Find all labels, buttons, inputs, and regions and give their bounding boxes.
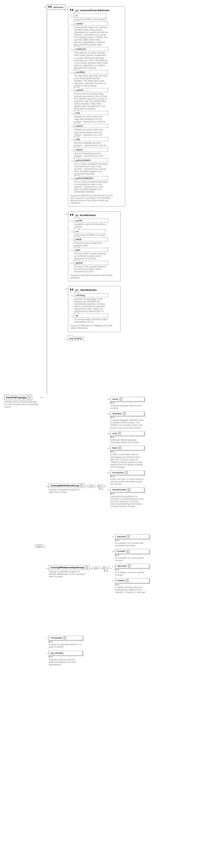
- attribute-desc: If the property value is not defined, sp…: [74, 26, 108, 46]
- attribute-desc: One or many constraints that apply to pu…: [74, 181, 108, 193]
- element-related: related +: [115, 578, 149, 583]
- attributes-label: attributes: [53, 6, 63, 9]
- attribute-desc: The directionality of textual content (e…: [74, 318, 108, 323]
- cardinality: 0..∞: [115, 583, 149, 586]
- attribute-row: pubconstrainturiOne or many constraints …: [70, 176, 123, 193]
- connector: [70, 263, 74, 264]
- attribute-row: creatorIf the property value is not defi…: [70, 22, 123, 46]
- attribute-row: pubconstraintOne or many constraints tha…: [70, 158, 123, 175]
- connector: [110, 568, 112, 568]
- poi-details: POIDetails +: [49, 636, 83, 640]
- choice-icon: [103, 566, 110, 569]
- group-flexAttributes: grp: flexAttributes qcodeA qualified cod…: [68, 211, 121, 281]
- connector: [85, 486, 87, 487]
- expand-icon[interactable]: +: [127, 535, 130, 538]
- connector: [70, 240, 74, 240]
- connector: [112, 581, 115, 581]
- cardinality: 0..∞: [110, 436, 144, 438]
- connector: [70, 232, 74, 232]
- element-desc: Extension point for provider-defined pro…: [49, 658, 83, 666]
- collapse-icon[interactable]: −: [80, 484, 83, 487]
- connector: [107, 448, 110, 448]
- expand-icon[interactable]: +: [128, 564, 131, 567]
- connector: [40, 397, 44, 398]
- element-desc: A link to an item or a web resource whic…: [110, 478, 144, 486]
- attribute-type: type: [74, 248, 108, 252]
- attribute-desc: The date (and, optionally, the time) whe…: [74, 75, 108, 87]
- expand-icon[interactable]: +: [119, 446, 121, 449]
- attribute-row: whyWhy the metadata has been included - …: [70, 137, 123, 147]
- connector: [70, 316, 74, 316]
- attribute-row: howuriIndicates by which means the value…: [70, 124, 123, 136]
- element-desc: In NAR 1.8 and later, facet is deprecate…: [110, 453, 144, 468]
- element-desc: An identifier of a more generic concept.: [115, 557, 149, 562]
- group-commonPowerAttributes: grp: commonPowerAttributes idThe local i…: [68, 6, 125, 207]
- element-broader: broader +: [115, 549, 149, 553]
- attribute-row: creatoruriIf the attribute is empty, spe…: [70, 47, 123, 69]
- connector: [65, 339, 68, 339]
- collapse-icon[interactable]: −: [28, 396, 30, 399]
- group-desc: A group of properties required to indica…: [49, 570, 87, 578]
- attribute-typeuri: typeuri: [74, 261, 108, 265]
- cardinality: 0..∞: [110, 416, 144, 418]
- element-definition: definition +: [110, 411, 144, 416]
- attribute-pubconstraint: pubconstraint: [74, 158, 108, 162]
- element-desc: Additional natural language information …: [110, 439, 144, 444]
- any-other-element: any ##other: [49, 651, 83, 655]
- grp-prefix: grp:: [75, 289, 79, 291]
- expand-icon[interactable]: +: [127, 550, 129, 553]
- any-label: any ##other: [69, 337, 82, 340]
- attribute-creatoruri: creatoruri: [74, 47, 108, 51]
- element-narrower: narrower +: [115, 564, 149, 568]
- connector: [70, 50, 74, 50]
- attribute-row: dirThe directionality of textual content…: [70, 314, 118, 323]
- expand-icon[interactable]: +: [126, 579, 129, 582]
- root-type: FlexPOIPropType −: [4, 395, 32, 400]
- connector: [107, 414, 110, 414]
- element-desc: Represents the position of a concept in …: [110, 495, 144, 508]
- group-icon: [70, 9, 73, 11]
- expand-icon[interactable]: +: [63, 637, 66, 639]
- attribute-row: typeuriThe type of the concept assigned …: [70, 261, 118, 273]
- attribute-uri: uri: [74, 229, 106, 233]
- attribute-creator: creator: [74, 22, 108, 26]
- attribute-desc: If the attribute is empty, specifies whi…: [74, 52, 108, 69]
- expand-icon[interactable]: +: [128, 489, 130, 491]
- attribute-custom: custom: [74, 88, 108, 92]
- cardinality: 0..∞: [115, 554, 149, 556]
- connector: [44, 7, 47, 7]
- grp-prefix: grp:: [75, 9, 79, 12]
- group-label: ConceptRelationshipsGroup: [50, 566, 84, 569]
- element-label: any ##other: [50, 652, 63, 654]
- attribute-desc: If set to true the corresponding propert…: [74, 93, 108, 110]
- element-hierarchyInfo: hierarchyInfo +: [110, 487, 144, 492]
- expand-icon[interactable]: +: [118, 432, 121, 435]
- connector: [107, 399, 110, 400]
- attribute-desc: One or many constraints that apply to pu…: [74, 163, 108, 175]
- element-facet: facet +: [110, 445, 144, 450]
- attributes-box: attributes: [47, 4, 65, 10]
- attribute-row: uriA URI which identifies a concept.: [70, 229, 118, 237]
- connector: [100, 568, 103, 568]
- element-remoteInfo: remoteInfo +: [110, 470, 144, 475]
- collapse-icon[interactable]: −: [85, 566, 88, 569]
- connector-v: [47, 11, 50, 394]
- attribute-howuri: howuri: [74, 124, 108, 128]
- expand-icon[interactable]: +: [120, 398, 122, 400]
- group-name: i18nAttributes: [80, 289, 97, 291]
- group-desc: A group of attributes associated with fl…: [70, 274, 115, 279]
- attribute-row: whyuriWhy the metadata has been included…: [70, 148, 123, 157]
- root-type-label: FlexPOIPropType: [6, 396, 27, 399]
- cardinality: 0..∞: [103, 570, 110, 572]
- attribute-modified: modified: [74, 70, 108, 74]
- attribute-id: id: [74, 13, 106, 18]
- attribute-desc: A free-text value assigned as property v…: [74, 242, 108, 247]
- connector: [70, 150, 74, 151]
- attribute-row: modifiedThe date (and, optionally, the t…: [70, 70, 123, 87]
- connector: [46, 638, 49, 639]
- connector: [112, 551, 115, 552]
- expand-icon[interactable]: +: [123, 412, 126, 415]
- attribute-desc: Why the metadata has been included - exp…: [74, 152, 108, 157]
- connector: [112, 537, 115, 537]
- expand-icon[interactable]: +: [125, 471, 128, 474]
